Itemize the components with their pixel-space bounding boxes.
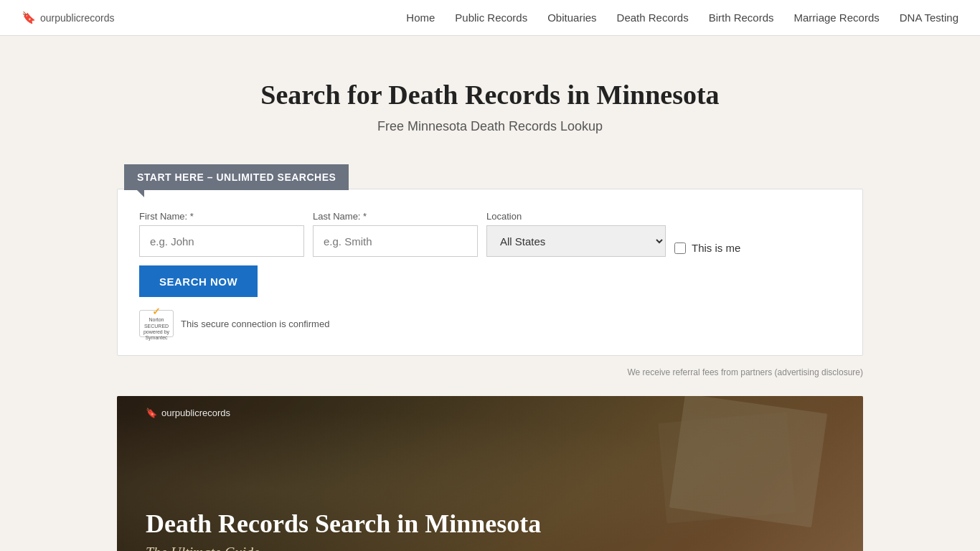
banner-content: Death Records Search in Minnesota The Ul… [146,509,541,551]
lastname-input[interactable] [313,225,478,257]
image-banner: 🔖 ourpublicrecords Death Records Search … [117,396,863,551]
this-is-me-checkbox[interactable] [674,242,686,254]
location-label: Location [486,211,666,222]
location-field-group: Location All StatesAlabamaAlaskaArizonaA… [486,211,666,257]
nav-marriage-records[interactable]: Marriage Records [794,11,880,24]
banner-logo: 🔖 ourpublicrecords [146,408,230,418]
nav-dna-testing[interactable]: DNA Testing [900,11,958,24]
navbar: 🔖 ourpublicrecords HomePublic RecordsObi… [0,0,980,36]
lastname-field-group: Last Name: * [313,211,478,257]
hero-section: Search for Death Records in Minnesota Fr… [0,36,980,163]
page-subtitle: Free Minnesota Death Records Lookup [14,119,966,134]
norton-badge: ✓ Norton SECURED powered by Symantec [139,310,174,337]
search-card: First Name: * Last Name: * Location All … [117,189,863,356]
firstname-label: First Name: * [139,211,304,222]
banner-title: Death Records Search in Minnesota [146,509,541,539]
logo-icon: 🔖 [22,11,36,24]
search-card-wrapper: START HERE – UNLIMITED SEARCHES First Na… [103,163,877,356]
site-logo[interactable]: 🔖 ourpublicrecords [22,11,115,24]
referral-notice: We receive referral fees from partners (… [103,363,877,382]
logo-text: ourpublicrecords [40,12,115,24]
secure-text: This secure connection is confirmed [181,319,329,329]
nav-birth-records[interactable]: Birth Records [709,11,774,24]
banner-subtitle: The Ultimate Guide [146,545,541,551]
location-select[interactable]: All StatesAlabamaAlaskaArizonaArkansasCa… [486,225,666,257]
firstname-field-group: First Name: * [139,211,304,257]
lastname-label: Last Name: * [313,211,478,222]
page-title: Search for Death Records in Minnesota [14,79,966,110]
nav-home[interactable]: Home [406,11,435,24]
banner-logo-text: ourpublicrecords [161,408,230,418]
image-section: 🔖 ourpublicrecords Death Records Search … [103,396,877,551]
search-button[interactable]: SEARCH NOW [139,265,258,297]
norton-text: Norton SECURED powered by Symantec [142,317,171,342]
nav-obituaries[interactable]: Obituaries [547,11,596,24]
nav-public-records[interactable]: Public Records [455,11,527,24]
this-is-me-label: This is me [692,242,740,254]
start-here-badge: START HERE – UNLIMITED SEARCHES [124,164,349,190]
firstname-input[interactable] [139,225,304,257]
nav-death-records[interactable]: Death Records [617,11,689,24]
norton-checkmark: ✓ [152,306,161,317]
secure-notice: ✓ Norton SECURED powered by Symantec Thi… [139,310,841,337]
search-fields: First Name: * Last Name: * Location All … [139,211,841,297]
banner-logo-icon: 🔖 [146,408,157,418]
nav-links: HomePublic RecordsObituariesDeath Record… [406,11,958,24]
referral-text: We receive referral fees from partners (… [627,367,863,377]
this-is-me-group: This is me [674,242,740,255]
